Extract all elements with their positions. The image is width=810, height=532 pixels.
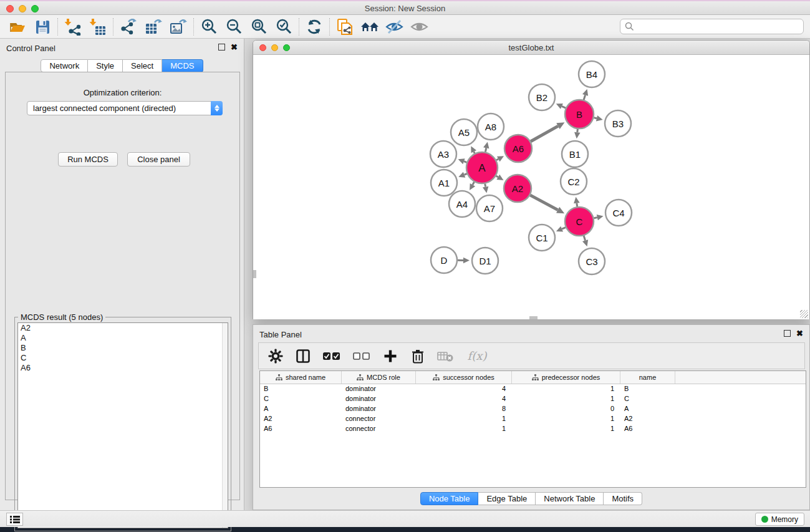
window-resize-grip[interactable] [800,310,808,318]
search-field[interactable] [620,19,804,34]
graph-node-D1[interactable]: D1 [472,248,498,274]
horizontal-scroll-indicator[interactable] [529,316,538,319]
cell-successor-nodes[interactable]: 1 [416,414,512,424]
tab-select[interactable]: Select [123,59,162,72]
graph-node-C1[interactable]: C1 [529,225,555,251]
graph-node-A8[interactable]: A8 [478,114,504,140]
optimization-criterion-dropdown[interactable]: largest connected component (directed) [27,101,223,115]
zoom-in-icon[interactable] [196,17,221,37]
tab-motifs[interactable]: Motifs [604,492,642,505]
copy-style-icon[interactable] [332,17,357,37]
result-item[interactable]: C [18,353,228,363]
graph-edge-A-A7[interactable] [483,184,488,193]
graph-edge-B-B2[interactable] [556,104,566,109]
cell-MCDS-role[interactable]: connector [342,424,416,434]
network-window-titlebar[interactable]: testGlobe.txt [253,41,809,55]
graph-node-C2[interactable]: C2 [561,168,587,195]
show-columns-icon[interactable] [294,347,312,365]
tab-style[interactable]: Style [88,59,123,72]
network-canvas[interactable]: B4B2BB3A8A5A6A3B1AA1C2A2A4A7C4CC1C3DD1 [253,55,809,319]
result-item[interactable]: A6 [18,363,228,373]
select-all-columns-icon[interactable] [321,347,342,365]
graph-node-B2[interactable]: B2 [529,84,555,110]
cell-MCDS-role[interactable]: dominator [342,394,416,404]
graph-edge-A-A5[interactable] [471,146,476,153]
table-row[interactable]: Adominator80A [260,404,806,414]
graph-edge-D-D1[interactable] [458,258,470,264]
table-close-panel-icon[interactable]: ✖ [796,330,803,337]
graph-edge-A6-B[interactable] [531,122,564,142]
float-panel-icon[interactable] [218,44,225,51]
graph-edge-C-C3[interactable] [582,236,588,246]
column-header-predecessor-nodes[interactable]: predecessor nodes [512,371,620,384]
column-header-name[interactable]: name [620,371,675,384]
graph-node-C4[interactable]: C4 [605,200,632,226]
cell-MCDS-role[interactable]: dominator [342,384,416,394]
graph-node-D[interactable]: D [431,247,457,273]
result-item[interactable]: A [18,333,228,343]
cell-MCDS-role[interactable]: connector [342,414,416,424]
cell-predecessor-nodes[interactable]: 1 [512,394,620,404]
graph-node-A2[interactable]: A2 [504,175,531,202]
cell-predecessor-nodes[interactable]: 1 [512,414,620,424]
cell-successor-nodes[interactable]: 4 [416,384,512,394]
graph-node-C[interactable]: C [565,207,594,236]
graph-node-A3[interactable]: A3 [430,141,456,167]
cell-shared-name[interactable]: C [260,394,342,404]
tab-node-table[interactable]: Node Table [420,492,479,505]
tab-network[interactable]: Network [41,59,88,72]
graph-node-A6[interactable]: A6 [504,135,532,162]
column-header-successor-nodes[interactable]: successor nodes [416,371,512,384]
table-row[interactable]: A6connector11A6 [260,424,806,434]
vertical-scroll-indicator[interactable] [253,270,256,278]
delete-table-icon[interactable] [436,347,455,365]
open-file-icon[interactable] [5,17,30,37]
graph-edge-C-C1[interactable] [556,226,566,232]
cell-name[interactable]: A [620,404,675,414]
save-session-icon[interactable] [30,17,55,37]
cell-MCDS-role[interactable]: dominator [342,404,416,414]
cell-name[interactable]: A6 [620,424,675,434]
graph-edge-A-A3[interactable] [458,158,467,164]
graph-node-C3[interactable]: C3 [579,248,605,274]
show-all-icon[interactable] [407,17,432,37]
table-float-panel-icon[interactable] [784,330,791,337]
tab-network-table[interactable]: Network Table [536,492,604,505]
apply-layout-icon[interactable] [302,17,327,37]
cell-shared-name[interactable]: B [260,384,342,394]
result-list-scrollbar[interactable] [222,323,228,528]
graph-edge-A-A4[interactable] [470,182,475,190]
graph-edge-A2-C[interactable] [530,195,564,213]
zoom-fit-icon[interactable] [246,17,271,37]
cell-predecessor-nodes[interactable]: 1 [512,424,620,434]
function-builder-icon[interactable]: f(x) [463,347,491,365]
graph-node-B[interactable]: B [565,100,594,128]
cell-successor-nodes[interactable]: 4 [416,394,512,404]
graph-node-B1[interactable]: B1 [562,141,588,167]
graph-node-A4[interactable]: A4 [449,191,475,217]
unselect-all-columns-icon[interactable] [351,347,372,365]
cell-successor-nodes[interactable]: 1 [416,424,512,434]
tab-edge-table[interactable]: Edge Table [478,492,536,505]
table-row[interactable]: Bdominator41B [260,384,806,394]
column-header-MCDS-role[interactable]: MCDS role [342,371,416,384]
graph-edge-C-C4[interactable] [594,215,603,220]
import-network-icon[interactable] [60,17,85,37]
graph-edge-A-A1[interactable] [458,172,467,178]
cell-successor-nodes[interactable]: 8 [416,404,512,414]
result-item[interactable]: A2 [18,323,228,333]
cell-shared-name[interactable]: A6 [260,424,342,434]
export-table-icon[interactable] [141,17,166,37]
cell-name[interactable]: C [620,394,675,404]
column-header-shared-name[interactable]: shared name [260,371,342,384]
cell-predecessor-nodes[interactable]: 0 [512,404,620,414]
export-network-icon[interactable] [116,17,141,37]
zoom-selected-icon[interactable] [271,17,296,37]
table-settings-icon[interactable] [266,347,285,365]
import-table-icon[interactable] [85,17,110,37]
create-column-icon[interactable] [381,347,400,365]
cell-name[interactable]: A2 [620,414,675,424]
result-item[interactable]: B [18,343,228,353]
cell-name[interactable]: B [620,384,675,394]
cell-shared-name[interactable]: A2 [260,414,342,424]
